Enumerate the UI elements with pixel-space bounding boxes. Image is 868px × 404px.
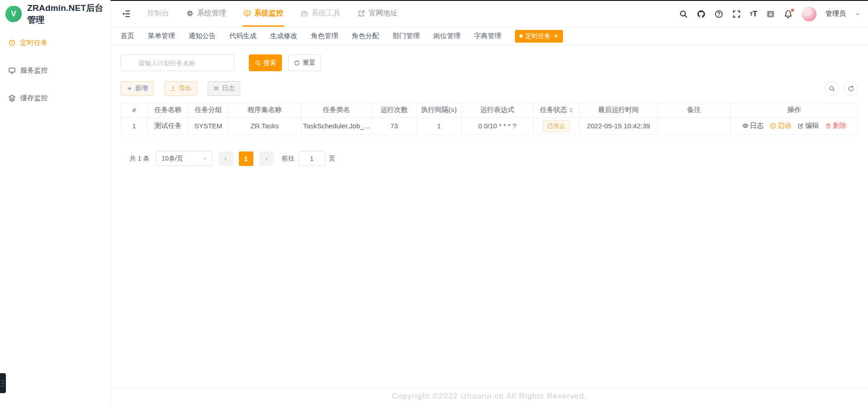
user-name[interactable]: 管理员 <box>825 10 846 18</box>
external-link-icon <box>358 10 365 17</box>
refresh-table-button[interactable] <box>844 81 858 96</box>
col-task-name: 任务名称 <box>148 103 189 117</box>
font-size-icon: T <box>750 11 753 17</box>
sidebar-item-scheduled-tasks[interactable]: 定时任务 <box>0 29 110 57</box>
active-tab-label: 定时任务 <box>525 32 551 40</box>
translate-icon: A <box>766 10 775 19</box>
row-start-link[interactable]: 启动 <box>770 122 791 130</box>
tab-dept-manage[interactable]: 部门管理 <box>393 32 420 40</box>
prev-page-button[interactable]: ‹ <box>218 151 233 166</box>
add-button[interactable]: 新增 <box>121 81 154 96</box>
table-right-tools <box>824 81 858 96</box>
trash-icon <box>825 122 832 129</box>
sidebar-item-label: 定时任务 <box>20 39 48 47</box>
cell-remark <box>658 117 731 135</box>
cell-assembly: ZR.Tasks <box>228 117 301 135</box>
log-button-label: 日志 <box>222 84 235 92</box>
tab-close-icon[interactable]: ✕ <box>553 33 558 39</box>
github-button[interactable] <box>697 10 706 19</box>
col-status[interactable]: 任务状态 <box>533 103 580 117</box>
col-run-count: 运行次数 <box>372 103 417 117</box>
search-tool-button[interactable] <box>679 10 688 19</box>
goto-page-input[interactable] <box>298 151 325 166</box>
sidebar-item-cache-monitor[interactable]: 缓存监控 <box>0 84 110 112</box>
refresh-icon <box>294 60 300 66</box>
sidebar-item-service-monitor[interactable]: 服务监控 <box>0 57 110 84</box>
font-size-button[interactable]: TT <box>750 10 757 19</box>
tab-role-assign[interactable]: 角色分配 <box>352 32 379 40</box>
task-name-input[interactable] <box>121 54 234 71</box>
add-button-label: 新增 <box>136 84 148 92</box>
search-form: 搜索 重置 <box>121 54 858 71</box>
nav-item-system-tools[interactable]: 系统工具 <box>300 1 341 27</box>
col-task-group: 任务分组 <box>189 103 228 117</box>
tab-dict-manage[interactable]: 字典管理 <box>474 32 501 40</box>
tab-notice[interactable]: 通知公告 <box>189 32 216 40</box>
tasks-table: # 任务名称 任务分组 程序集名称 任务类名 运行次数 执行间隔(s) 运行表达… <box>121 102 858 135</box>
notification-badge <box>791 9 794 12</box>
page-size-select[interactable]: 10条/页 <box>156 151 213 166</box>
chevron-down-icon[interactable] <box>854 11 861 17</box>
app-logo: V <box>5 6 22 22</box>
nav-item-console[interactable]: 控制台 <box>146 1 170 27</box>
cell-job-class: TaskScheduler.Job_... <box>301 117 372 135</box>
app-window: V ZRAdmin.NET后台管理 定时任务 服务监控 缓存监控 <box>0 0 868 404</box>
next-page-button[interactable]: › <box>259 151 274 166</box>
row-start-label: 启动 <box>778 122 791 130</box>
tab-scheduled-tasks-active[interactable]: 定时任务 ✕ <box>515 30 563 43</box>
cell-task-name: 测试任务 <box>148 117 189 135</box>
row-edit-link[interactable]: 编辑 <box>797 122 819 130</box>
tab-role-manage[interactable]: 角色管理 <box>311 32 338 40</box>
search-button-label: 搜索 <box>264 59 276 67</box>
fullscreen-icon <box>732 10 741 19</box>
help-button[interactable] <box>714 10 723 19</box>
navbar-tools: TT A 管理员 <box>679 1 861 27</box>
fullscreen-button[interactable] <box>732 10 741 19</box>
layers-icon <box>8 94 16 102</box>
cell-status: 已停止 <box>533 117 580 135</box>
sidebar: V ZRAdmin.NET后台管理 定时任务 服务监控 缓存监控 <box>0 0 111 404</box>
export-button-label: 导出 <box>179 84 192 92</box>
notifications-button[interactable] <box>784 10 793 19</box>
toggle-search-button[interactable] <box>824 81 839 96</box>
log-button[interactable]: 日志 <box>208 81 240 96</box>
nav-item-system-manage[interactable]: 系统管理 <box>185 1 227 27</box>
nav-item-system-monitor[interactable]: 系统监控 <box>242 1 284 27</box>
row-delete-label: 删除 <box>833 122 847 130</box>
sidebar-menu: 定时任务 服务监控 缓存监控 <box>0 28 110 112</box>
fold-icon <box>121 9 131 19</box>
search-button[interactable]: 搜索 <box>249 54 282 71</box>
app-logo-row[interactable]: V ZRAdmin.NET后台管理 <box>0 0 110 28</box>
tab-post-manage[interactable]: 岗位管理 <box>433 32 461 40</box>
refresh-icon <box>848 85 854 92</box>
page-number-1[interactable]: 1 <box>239 151 253 166</box>
col-assembly: 程序集名称 <box>228 103 301 117</box>
reset-button[interactable]: 重置 <box>288 54 321 71</box>
tab-gen-edit[interactable]: 生成修改 <box>270 32 297 40</box>
download-icon <box>170 85 176 92</box>
row-delete-link[interactable]: 删除 <box>825 122 847 130</box>
user-avatar[interactable] <box>801 6 817 22</box>
tab-home[interactable]: 首页 <box>121 32 134 40</box>
row-edit-label: 编辑 <box>805 122 819 130</box>
github-icon <box>697 10 706 19</box>
toolbox-icon <box>301 10 308 17</box>
cell-run-count: 73 <box>372 117 417 135</box>
row-log-link[interactable]: 日志 <box>742 122 764 130</box>
col-status-label: 任务状态 <box>540 106 567 114</box>
sidebar-fold-button[interactable] <box>121 1 131 27</box>
goto-label: 前往 <box>282 155 295 163</box>
pagination: 共 1 条 10条/页 ‹ 1 › 前往 页 <box>130 151 858 166</box>
cell-operations: 日志 启动 编辑 <box>731 117 858 135</box>
translate-button[interactable]: A <box>766 10 775 19</box>
edit-icon <box>797 122 804 129</box>
tab-code-gen[interactable]: 代码生成 <box>229 32 257 40</box>
export-button[interactable]: 导出 <box>164 81 197 96</box>
table-row: 1 测试任务 SYSTEM ZR.Tasks TaskScheduler.Job… <box>121 117 858 135</box>
sort-carets-icon[interactable] <box>569 107 573 113</box>
nav-item-official-site[interactable]: 官网地址 <box>357 1 398 27</box>
monitor-icon <box>8 67 16 74</box>
table-header-row: # 任务名称 任务分组 程序集名称 任务类名 运行次数 执行间隔(s) 运行表达… <box>121 103 858 117</box>
collapsed-bottom-widget[interactable] <box>0 373 6 393</box>
tab-menu-manage[interactable]: 菜单管理 <box>148 32 175 40</box>
